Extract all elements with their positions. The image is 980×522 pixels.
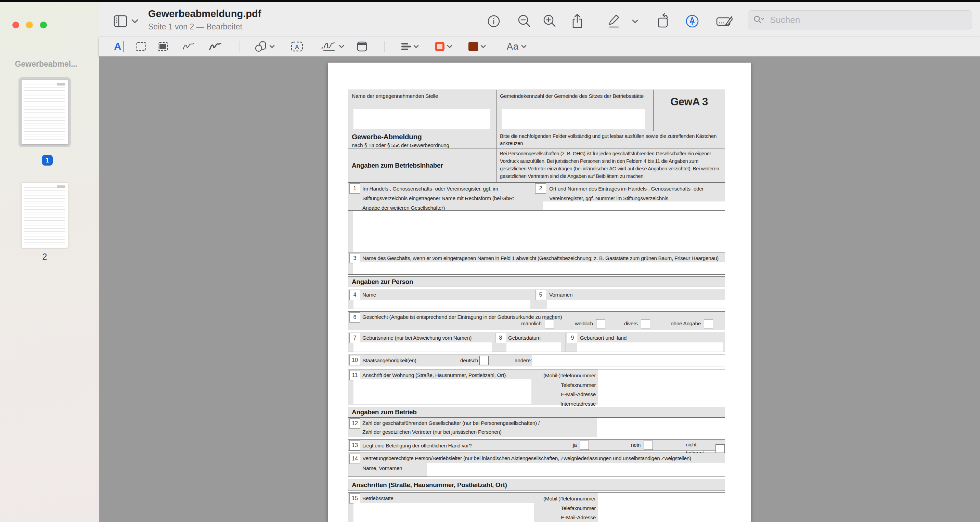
zoom-out-button[interactable] bbox=[515, 12, 533, 30]
form-cell-code: GewA 3 bbox=[653, 90, 725, 131]
shape-style-tool[interactable] bbox=[400, 40, 419, 53]
gender-none-checkbox[interactable] bbox=[704, 319, 713, 328]
highlighter-button[interactable] bbox=[605, 12, 622, 30]
fill-and-sign-button[interactable] bbox=[716, 12, 733, 30]
contact-email-label: E-Mail-Adresse bbox=[561, 390, 596, 399]
page-1-thumbnail[interactable] bbox=[22, 80, 68, 144]
gender-option-diverse: divers bbox=[624, 319, 650, 328]
window-close-button[interactable] bbox=[12, 22, 19, 29]
info-button[interactable] bbox=[485, 12, 503, 30]
sidebar-icon bbox=[114, 16, 127, 27]
field-2-input[interactable] bbox=[543, 202, 725, 211]
field-1-number: 1 bbox=[349, 183, 360, 194]
gender-female-checkbox[interactable] bbox=[596, 319, 605, 328]
title-bar: Gewerbeabmeldung.pdf Seite 1 von 2 — Bea… bbox=[99, 2, 980, 37]
highlighter-menu-chevron[interactable] bbox=[630, 12, 640, 30]
field-8-input[interactable] bbox=[506, 343, 561, 352]
field-4-input[interactable] bbox=[353, 300, 530, 309]
field-14-sub-label: Name, Vornamen bbox=[363, 464, 402, 473]
field-5-label: Vornamen bbox=[549, 291, 573, 299]
field-14-input[interactable] bbox=[427, 463, 725, 476]
sketch-tool[interactable] bbox=[182, 40, 195, 53]
search-input[interactable] bbox=[769, 14, 955, 25]
border-color-tool[interactable] bbox=[435, 40, 452, 53]
field-9-input[interactable] bbox=[577, 343, 723, 352]
field-12-input[interactable] bbox=[597, 418, 725, 437]
text-style-tool[interactable]: Aa bbox=[507, 40, 527, 53]
gender-none-label: ohne Angabe bbox=[671, 319, 701, 328]
rotate-button[interactable] bbox=[655, 12, 672, 30]
field-4-number: 4 bbox=[349, 290, 360, 300]
signature-tool[interactable]: x bbox=[321, 40, 344, 53]
receiving-office-label: Name der entgegennehmenden Stelle bbox=[348, 90, 496, 102]
line-style-icon bbox=[400, 41, 411, 52]
field-11-contact-input[interactable] bbox=[598, 370, 725, 405]
redact-tool[interactable] bbox=[158, 40, 168, 53]
view-menu-chevron[interactable] bbox=[129, 12, 141, 30]
public-option-no: nein bbox=[631, 441, 653, 450]
field-3-cell: 3 Name des Geschäfts, wenn er vom einget… bbox=[348, 252, 725, 274]
zoom-in-button[interactable] bbox=[541, 12, 559, 30]
public-yes-checkbox[interactable] bbox=[580, 441, 589, 450]
field-14-number: 14 bbox=[349, 454, 360, 464]
field-11-label: Anschrift der Wohnung (Straße, Hausnumme… bbox=[363, 371, 530, 379]
field-3-label: Name des Geschäfts, wenn er vom eingetra… bbox=[363, 254, 722, 262]
field-12-label-a: Zahl der geschäftsführenden Gesellschaft… bbox=[363, 419, 539, 427]
nationality-other-input[interactable] bbox=[532, 355, 725, 366]
section-anschriften-title: Anschriften (Straße, Hausnummer, Postlei… bbox=[352, 481, 507, 489]
search-field[interactable] bbox=[748, 10, 972, 29]
field-5-input[interactable] bbox=[547, 300, 725, 309]
markup-toolbar-button[interactable] bbox=[683, 12, 701, 30]
nationality-german-label: deutsch bbox=[460, 357, 478, 365]
contact-labels-column: (Mobil-)Telefonnummer Telefaxnummer E-Ma… bbox=[534, 371, 596, 408]
field-3-input[interactable] bbox=[353, 262, 725, 274]
rotate-icon bbox=[659, 18, 667, 27]
owner-note: Bei Personengesellschaften (z. B. OHG) i… bbox=[500, 150, 721, 180]
contact-fax-label: Telefaxnummer bbox=[561, 503, 596, 513]
shapes-tool[interactable] bbox=[255, 40, 275, 53]
gender-diverse-label: divers bbox=[624, 319, 638, 328]
fill-color-tool[interactable] bbox=[468, 40, 486, 53]
sidebar-toggle-button[interactable] bbox=[112, 12, 130, 30]
field-9-label: Geburtsort und -land bbox=[580, 334, 627, 342]
contact-email-label: E-Mail-Adresse bbox=[561, 513, 596, 522]
section-anschriften-bar: Anschriften (Straße, Hausnummer, Postlei… bbox=[348, 479, 725, 491]
public-no-checkbox[interactable] bbox=[644, 441, 653, 450]
field-3-number: 3 bbox=[349, 253, 360, 263]
field-11-input[interactable] bbox=[353, 379, 531, 404]
gender-male-checkbox[interactable] bbox=[545, 319, 554, 328]
draw-tool[interactable] bbox=[209, 40, 222, 53]
field-12-cell: 12 Zahl der geschäftsführenden Gesellsch… bbox=[348, 417, 725, 437]
field-11-cell: 11 Anschrift der Wohnung (Straße, Hausnu… bbox=[348, 369, 534, 405]
page-1-thumbnail-preview bbox=[24, 83, 65, 142]
field-13-number: 13 bbox=[349, 440, 360, 451]
contact-fax-label: Telefaxnummer bbox=[561, 381, 596, 390]
public-unknown-checkbox[interactable] bbox=[716, 444, 725, 454]
field-5-cell: 5 Vornamen bbox=[534, 289, 725, 309]
field-15-input[interactable] bbox=[353, 503, 534, 522]
gender-diverse-checkbox[interactable] bbox=[641, 319, 650, 328]
fill-color-swatch bbox=[468, 42, 478, 51]
page-2-label: 2 bbox=[22, 252, 68, 262]
share-button[interactable] bbox=[568, 12, 586, 30]
contact-phone-label: (Mobil-)Telefonnummer bbox=[543, 494, 596, 503]
gender-option-none: ohne Angabe bbox=[671, 319, 713, 328]
contact-labels-column: (Mobil-)Telefonnummer Telefaxnummer E-Ma… bbox=[534, 494, 596, 522]
field-1-label: Im Handels-, Genossenschafts- oder Verei… bbox=[363, 184, 523, 213]
rectangular-selection-tool[interactable] bbox=[136, 40, 146, 53]
note-tool[interactable] bbox=[356, 40, 368, 53]
nationality-german-checkbox[interactable] bbox=[479, 356, 488, 365]
field-7-input[interactable] bbox=[353, 343, 492, 352]
text-box-tool[interactable]: A bbox=[291, 40, 304, 53]
window-minimize-button[interactable] bbox=[26, 22, 33, 29]
receiving-office-input[interactable] bbox=[353, 109, 490, 129]
redact-icon bbox=[158, 42, 168, 51]
municipality-code-input[interactable] bbox=[502, 109, 645, 129]
field-1-input[interactable] bbox=[353, 211, 725, 252]
page-2-thumbnail[interactable] bbox=[22, 182, 68, 248]
text-selection-tool[interactable]: A bbox=[114, 40, 124, 53]
markup-toolbar: A A x bbox=[99, 37, 980, 56]
window-zoom-button[interactable] bbox=[40, 22, 47, 29]
field-15-contact-input[interactable] bbox=[598, 493, 725, 522]
field-15-contact-block: (Mobil-)Telefonnummer Telefaxnummer E-Ma… bbox=[534, 492, 725, 522]
